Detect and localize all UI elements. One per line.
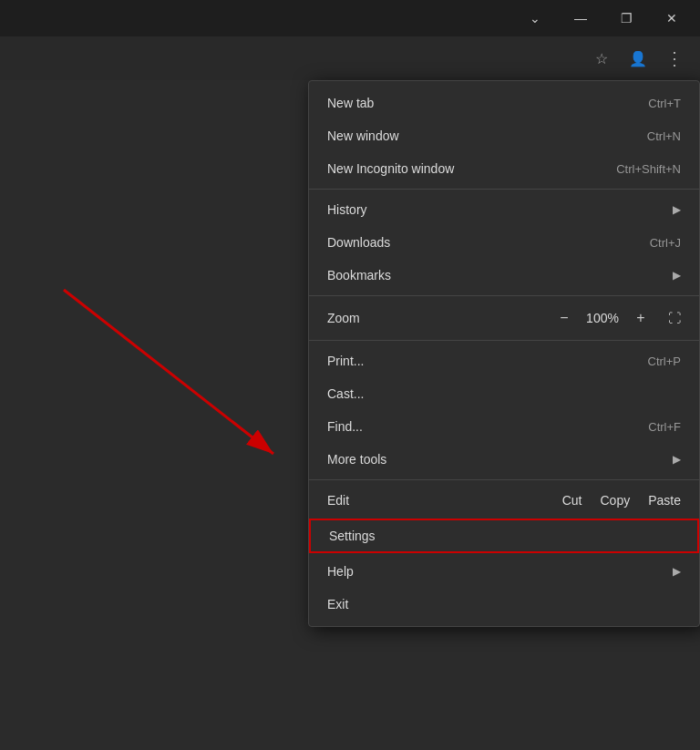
bookmark-star-icon[interactable]: ☆ bbox=[587, 44, 616, 73]
paste-action[interactable]: Paste bbox=[648, 493, 681, 508]
edit-actions: Cut Copy Paste bbox=[562, 493, 681, 508]
menu-item-more-tools[interactable]: More tools ▶ bbox=[309, 443, 699, 476]
toolbar: ☆ 👤 ⋮ bbox=[0, 36, 700, 80]
separator-2 bbox=[309, 295, 699, 296]
menu-icon[interactable]: ⋮ bbox=[660, 44, 689, 73]
main-area: New tab Ctrl+T New window Ctrl+N New Inc… bbox=[0, 80, 700, 750]
close-icon: ✕ bbox=[666, 11, 677, 26]
context-menu: New tab Ctrl+T New window Ctrl+N New Inc… bbox=[308, 80, 700, 627]
menu-item-edit[interactable]: Edit Cut Copy Paste bbox=[309, 484, 699, 517]
zoom-controls: − 100% + ⛶ bbox=[551, 305, 681, 331]
red-arrow-annotation bbox=[46, 262, 328, 490]
menu-item-exit[interactable]: Exit bbox=[309, 588, 699, 621]
zoom-minus-btn[interactable]: − bbox=[551, 305, 577, 331]
menu-item-cast[interactable]: Cast... bbox=[309, 377, 699, 410]
menu-item-help[interactable]: Help ▶ bbox=[309, 555, 699, 588]
separator-1 bbox=[309, 189, 699, 190]
menu-item-find[interactable]: Find... Ctrl+F bbox=[309, 410, 699, 443]
chevron-down-icon: ⌄ bbox=[530, 11, 540, 26]
chevron-down-btn[interactable]: ⌄ bbox=[514, 4, 556, 33]
restore-icon: ❐ bbox=[621, 11, 633, 26]
menu-item-history[interactable]: History ▶ bbox=[309, 193, 699, 226]
menu-item-print[interactable]: Print... Ctrl+P bbox=[309, 344, 699, 377]
profile-icon[interactable]: 👤 bbox=[623, 44, 653, 73]
menu-item-new-incognito[interactable]: New Incognito window Ctrl+Shift+N bbox=[309, 152, 699, 185]
menu-item-downloads[interactable]: Downloads Ctrl+J bbox=[309, 226, 699, 259]
menu-item-bookmarks[interactable]: Bookmarks ▶ bbox=[309, 259, 699, 292]
svg-line-1 bbox=[64, 290, 273, 454]
cut-action[interactable]: Cut bbox=[562, 493, 582, 508]
separator-3 bbox=[309, 340, 699, 341]
zoom-fullscreen-btn[interactable]: ⛶ bbox=[668, 311, 681, 325]
minimize-icon: — bbox=[574, 11, 587, 26]
separator-4 bbox=[309, 479, 699, 480]
minimize-btn[interactable]: — bbox=[560, 4, 602, 33]
menu-item-new-window[interactable]: New window Ctrl+N bbox=[309, 119, 699, 152]
title-bar: ⌄ — ❐ ✕ bbox=[0, 0, 700, 36]
menu-item-zoom[interactable]: Zoom − 100% + ⛶ bbox=[309, 300, 699, 336]
menu-item-settings[interactable]: Settings bbox=[309, 519, 699, 553]
copy-action[interactable]: Copy bbox=[601, 493, 631, 508]
zoom-value: 100% bbox=[584, 311, 621, 325]
close-btn[interactable]: ✕ bbox=[651, 4, 693, 33]
restore-btn[interactable]: ❐ bbox=[605, 4, 647, 33]
menu-item-new-tab[interactable]: New tab Ctrl+T bbox=[309, 87, 699, 119]
zoom-plus-btn[interactable]: + bbox=[628, 305, 654, 331]
